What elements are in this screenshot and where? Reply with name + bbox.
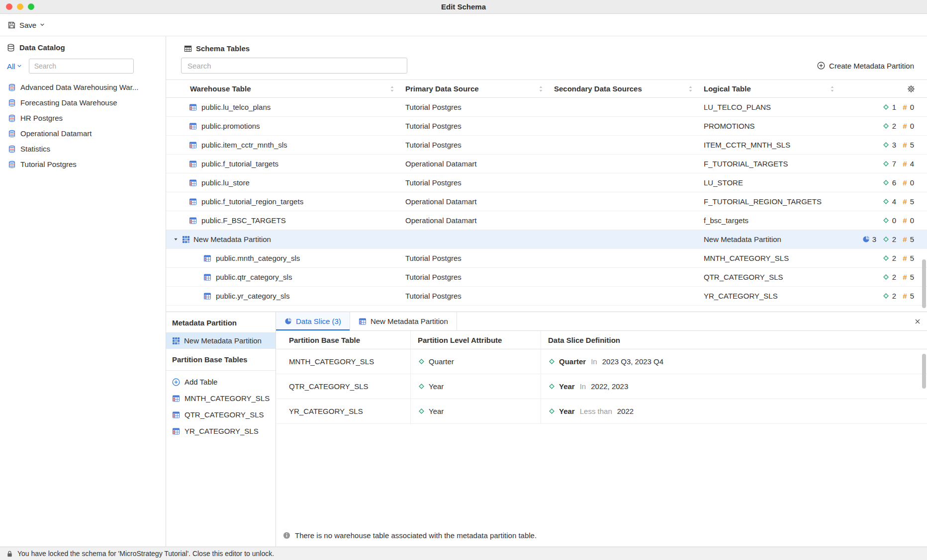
metadata-partition-panel: Metadata Partition New Metadata Partitio… [166,312,927,547]
fact-count: 0 [910,103,914,111]
sort-icon[interactable] [830,85,834,92]
data-slice-row[interactable]: MNTH_CATEGORY_SLS Quarter Quarter In 202… [276,349,927,374]
warehouse-table-icon [189,141,197,149]
attribute-diamond-icon [882,217,890,224]
filter-dropdown[interactable]: All [7,62,22,71]
base-table-item[interactable]: MNTH_CATEGORY_SLS [166,390,276,406]
tab-data-slice[interactable]: Data Slice (3) [276,312,350,330]
caret-down-icon[interactable] [173,237,179,242]
create-metadata-partition-button[interactable]: Create Metadata Partition [817,62,914,70]
table-scrollbar[interactable] [922,259,926,308]
add-table-button[interactable]: Add Table [166,371,276,390]
attribute-diamond-icon [418,358,425,365]
chevron-down-icon[interactable] [40,23,45,27]
gear-icon[interactable] [907,85,915,93]
warehouse-table-header-row: Warehouse Table Primary Data Source Seco… [166,80,927,98]
warehouse-table-icon [203,254,211,262]
schema-tables-panel: Schema Tables Create Metadata Partition … [166,36,927,547]
fact-hash-icon: # [902,178,908,187]
table-row[interactable]: public.qtr_category_sls Tutorial Postgre… [166,268,927,287]
row-counts: 2 #0 [845,122,927,130]
column-header-primary-data-source[interactable]: Primary Data Source [405,80,554,97]
partition-base-tables-title: Partition Base Tables [166,349,276,371]
sidebar-item-label: HR Postgres [20,114,63,122]
base-table-name: MNTH_CATEGORY_SLS [185,394,270,402]
tab-new-metadata-partition[interactable]: New Metadata Partition [350,312,457,330]
selected-partition-item[interactable]: New Metadata Partition [166,333,276,349]
logical-table-name: LU_STORE [704,178,845,187]
close-panel-icon[interactable] [915,319,921,324]
sort-icon[interactable] [390,85,394,92]
fact-count: 5 [910,197,914,206]
column-header-partition-level-attribute: Partition Level Attribute [411,331,541,349]
zoom-window-button[interactable] [28,3,34,10]
metadata-partition-row[interactable]: New Metadata Partition New Metadata Part… [166,230,927,249]
fact-hash-icon: # [902,292,908,300]
attribute-count: 6 [892,178,896,187]
table-row[interactable]: public.f_tutorial_region_targets Operati… [166,192,927,211]
sort-icon[interactable] [688,85,693,92]
save-button[interactable]: Save [7,21,45,29]
base-table-item[interactable]: YR_CATEGORY_SLS [166,423,276,439]
fact-count: 0 [910,122,914,130]
sidebar-item-forecasting-data-warehouse[interactable]: Forecasting Data Warehouse [0,95,166,110]
sidebar-item-tutorial-postgres[interactable]: Tutorial Postgres [0,157,166,172]
primary-data-source: Tutorial Postgres [405,122,554,130]
definition-attribute: Quarter [559,357,586,366]
primary-data-source: Tutorial Postgres [405,141,554,149]
table-row[interactable]: public.promotions Tutorial Postgres PROM… [166,117,927,136]
definition-operator: In [591,357,597,366]
row-counts: 1 #0 [845,103,927,111]
fact-hash-icon: # [902,103,908,111]
tab-label: Data Slice (3) [296,317,341,325]
definition-operator: Less than [580,407,612,415]
warehouse-table-name: public.lu_store [201,178,250,187]
create-metadata-partition-label: Create Metadata Partition [829,62,914,70]
table-row[interactable]: public.mnth_category_sls Tutorial Postgr… [166,249,927,268]
attribute-diamond-icon [882,103,890,111]
column-header-partition-base-table: Partition Base Table [276,331,411,349]
warehouse-table-name: public.yr_category_sls [216,292,289,300]
sidebar-item-operational-datamart[interactable]: Operational Datamart [0,126,166,141]
attribute-count: 2 [892,122,896,130]
table-row[interactable]: public.lu_store Tutorial Postgres LU_STO… [166,173,927,192]
minimize-window-button[interactable] [17,3,23,10]
info-icon [283,532,290,539]
column-header-secondary-data-sources[interactable]: Secondary Data Sources [554,80,704,97]
data-slice-row[interactable]: QTR_CATEGORY_SLS Year Year In 2022, 2023 [276,374,927,399]
panel-scrollbar[interactable] [922,354,926,389]
table-row[interactable]: public.F_BSC_TARGETS Operational Datamar… [166,211,927,230]
warehouse-table-name: public.f_tutorial_targets [201,160,278,168]
logical-table-name: F_TUTORIAL_TARGETS [704,160,845,168]
close-window-button[interactable] [6,3,12,10]
column-header-logical-table[interactable]: Logical Table [704,80,845,97]
column-label: Primary Data Source [405,84,479,93]
column-header-warehouse-table[interactable]: Warehouse Table [166,80,405,97]
sidebar-item-label: Advanced Data Warehousing War... [20,83,138,91]
sidebar-item-label: Tutorial Postgres [20,160,77,168]
base-table-name: YR_CATEGORY_SLS [185,427,259,435]
warehouse-table-name: public.mnth_category_sls [216,254,300,262]
catalog-search-input[interactable] [29,59,134,74]
warehouse-table-icon [203,292,211,300]
table-row[interactable]: public.f_tutorial_targets Operational Da… [166,155,927,173]
table-row[interactable]: public.lu_telco_plans Tutorial Postgres … [166,98,927,117]
sidebar-item-label: Forecasting Data Warehouse [20,98,117,107]
sidebar-item-statistics[interactable]: Statistics [0,141,166,157]
sidebar-item-advanced-data-warehousing[interactable]: Advanced Data Warehousing War... [0,80,166,95]
schema-tables-toolbar: Create Metadata Partition [181,58,914,74]
table-row[interactable]: public.yr_category_sls Tutorial Postgres… [166,287,927,306]
schema-tables-search-input[interactable] [181,58,407,74]
attribute-diamond-icon [548,407,556,415]
logical-table-name: ITEM_CCTR_MNTH_SLS [704,141,845,149]
sort-icon[interactable] [539,85,543,92]
base-table-item[interactable]: QTR_CATEGORY_SLS [166,406,276,423]
table-row[interactable]: public.item_cctr_mnth_sls Tutorial Postg… [166,136,927,155]
fact-hash-icon: # [902,273,908,281]
partition-base-table-name: MNTH_CATEGORY_SLS [276,349,411,374]
data-slice-row[interactable]: YR_CATEGORY_SLS Year Year Less than 2022 [276,399,927,424]
fact-count: 0 [910,178,914,187]
sidebar-item-hr-postgres[interactable]: HR Postgres [0,110,166,126]
data-catalog-header: Data Catalog [0,42,166,58]
warehouse-table-icon [189,160,197,168]
